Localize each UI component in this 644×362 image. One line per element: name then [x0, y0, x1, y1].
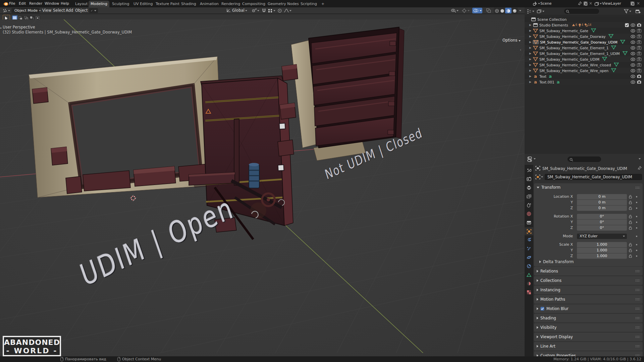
panel-relations[interactable]: Relations: [534, 267, 643, 276]
lock-icon[interactable]: [629, 248, 632, 252]
panel-motion-paths[interactable]: Motion Paths: [534, 295, 643, 304]
pin-id-icon[interactable]: [637, 166, 642, 170]
scale-y-field[interactable]: 1.000: [577, 248, 627, 253]
panel-shading[interactable]: Shading: [534, 314, 643, 322]
render-camera-icon[interactable]: [637, 74, 641, 78]
disable-render-icon[interactable]: [637, 35, 641, 38]
expand-arrow[interactable]: ▶: [529, 75, 533, 78]
xray-toggle-icon[interactable]: [486, 8, 491, 13]
shading-rendered-icon[interactable]: [513, 9, 517, 13]
panel-grip[interactable]: [635, 345, 640, 347]
copy-viewlayer-icon[interactable]: [630, 1, 635, 6]
panel-grip[interactable]: [635, 317, 640, 319]
tab-add-workspace[interactable]: +: [319, 1, 326, 7]
properties-search[interactable]: [568, 157, 601, 162]
menu-object[interactable]: Object: [75, 7, 88, 14]
disable-render-icon[interactable]: [637, 63, 641, 67]
expand-arrow[interactable]: ▶: [529, 46, 533, 49]
tab-render[interactable]: [525, 175, 533, 183]
new-collection-icon[interactable]: [635, 9, 641, 14]
outliner-row-studio-elements[interactable]: ▶ Studio Elements 6 4 14: [525, 22, 644, 28]
outliner-row[interactable]: ▶SM_Subway_Hermetic_Gate_Doorway_UDIM: [525, 39, 644, 45]
scale-x-field[interactable]: 1.000: [577, 242, 627, 247]
tab-output[interactable]: [525, 184, 533, 192]
options-dropdown[interactable]: Options: [502, 38, 521, 43]
panel-instancing[interactable]: Instancing: [534, 286, 643, 294]
tab-shading[interactable]: Shading: [179, 1, 198, 7]
shading-solid-icon[interactable]: [500, 9, 504, 13]
blender-logo[interactable]: [3, 1, 8, 6]
hide-eye-icon[interactable]: [631, 35, 635, 38]
expand-arrow[interactable]: ▶: [529, 41, 533, 44]
outliner-row[interactable]: ▶SM_Subway_Hermetic_Gate_Wire_open: [525, 68, 644, 73]
lock-icon[interactable]: [629, 243, 632, 247]
copy-scene-icon[interactable]: [583, 1, 588, 6]
outliner-filter-type-icon[interactable]: [537, 9, 542, 14]
location-z-field[interactable]: 0 m: [577, 205, 627, 211]
show-object-types-icon[interactable]: [451, 8, 456, 13]
hide-eye-icon[interactable]: [631, 75, 635, 78]
hide-eye-icon[interactable]: [631, 52, 635, 55]
remove-viewlayer-icon[interactable]: ×: [637, 1, 640, 6]
shading-wireframe-icon[interactable]: [495, 9, 499, 13]
lock-icon[interactable]: [629, 200, 632, 204]
tab-tool[interactable]: [525, 166, 533, 174]
outliner-display-mode-icon[interactable]: [527, 9, 532, 14]
shading-material-toggle[interactable]: [505, 8, 512, 13]
menu-help[interactable]: Help: [60, 0, 70, 7]
lock-icon[interactable]: [629, 254, 632, 258]
filter-funnel-icon[interactable]: [624, 9, 629, 13]
hide-eye-icon[interactable]: [631, 69, 635, 72]
panel-line-art[interactable]: Line Art: [534, 342, 643, 351]
tab-texture[interactable]: [525, 288, 533, 296]
outliner-row-scene-collection[interactable]: Scene Collection: [525, 16, 644, 22]
lock-icon[interactable]: [629, 220, 632, 224]
panel-grip[interactable]: [635, 336, 640, 338]
expand-arrow[interactable]: ▶: [529, 69, 533, 72]
lock-icon[interactable]: [629, 215, 632, 219]
menu-select[interactable]: Select: [53, 7, 65, 14]
location-x-field[interactable]: 0 m: [577, 194, 627, 199]
tab-compositing[interactable]: Compositing: [240, 1, 267, 7]
panel-viewport-display[interactable]: Viewport Display: [534, 333, 643, 341]
3d-viewport[interactable]: User Perspective (32) Studio Elements | …: [0, 19, 525, 356]
toolbar-expand-arrow[interactable]: ▸: [0, 26, 2, 29]
panel-grip[interactable]: [635, 186, 640, 189]
rotation-mode-select[interactable]: XYZ Euler: [577, 234, 627, 239]
lock-icon[interactable]: [629, 206, 632, 210]
overlays-toggle[interactable]: [472, 8, 482, 13]
mode-selector[interactable]: Object Mode: [11, 8, 40, 13]
collection-checkbox[interactable]: [625, 23, 629, 27]
scene-selector[interactable]: Scene: [539, 0, 553, 7]
disable-render-icon[interactable]: [637, 57, 641, 61]
tab-particles[interactable]: [525, 245, 533, 253]
outliner-row[interactable]: ▶SM_Subway_Hermetic_Gate: [525, 28, 644, 34]
animate-dot[interactable]: [636, 196, 637, 197]
viewlayer-selector[interactable]: ViewLayer: [601, 0, 622, 7]
hide-eye-icon[interactable]: [631, 63, 635, 67]
breadcrumb[interactable]: SM_Subway_Hermetic_Gate_Doorway_UDIM: [542, 166, 627, 171]
tab-scene[interactable]: [525, 201, 533, 209]
hide-eye-icon[interactable]: [631, 23, 635, 27]
tab-geometry-nodes[interactable]: Geometry Nodes: [266, 1, 301, 7]
expand-arrow[interactable]: ▶: [529, 63, 533, 66]
lock-icon[interactable]: [629, 226, 632, 230]
animate-dot[interactable]: [636, 202, 637, 203]
panel-grip[interactable]: [635, 270, 640, 272]
tab-sculpting[interactable]: Sculpting: [110, 1, 131, 7]
falloff-icon[interactable]: [284, 8, 289, 13]
tab-modeling[interactable]: Modeling: [89, 1, 109, 7]
animate-dot[interactable]: [636, 255, 637, 257]
panel-grip[interactable]: [635, 326, 640, 328]
panel-custom-properties[interactable]: Custom Properties: [534, 351, 643, 356]
snap-target-icon[interactable]: [252, 8, 257, 13]
sidebar-expand-arrow[interactable]: ‹: [520, 48, 521, 52]
panel-grip[interactable]: [635, 298, 640, 300]
animate-dot[interactable]: [636, 244, 637, 245]
render-camera-icon[interactable]: [637, 23, 641, 27]
hide-eye-icon[interactable]: [631, 29, 635, 33]
disable-render-icon[interactable]: [637, 46, 641, 50]
tab-uv-editing[interactable]: UV Editing: [131, 1, 155, 7]
tab-constraints[interactable]: [525, 262, 533, 270]
expand-arrow[interactable]: ▶: [529, 58, 533, 61]
